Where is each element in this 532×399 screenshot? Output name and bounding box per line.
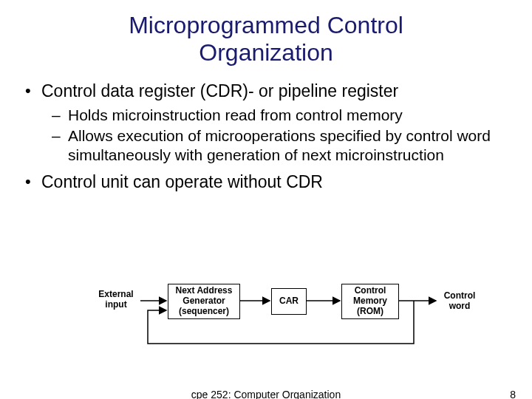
box-next-address-generator: Next Address Generator (sequencer) xyxy=(168,284,240,319)
title-line-2: Organization xyxy=(199,39,332,66)
slide-title: Microprogrammed Control Organization xyxy=(0,0,532,66)
bullet-cdr-text: Control data register (CDR)- or pipeline… xyxy=(41,81,398,100)
bullet-without-cdr: Control unit can operate without CDR xyxy=(22,172,510,192)
label-external-input: External input xyxy=(90,290,142,310)
footer-page-number: 8 xyxy=(510,389,516,399)
title-line-1: Microprogrammed Control xyxy=(129,12,403,38)
block-diagram: External input Next Address Generator (s… xyxy=(0,273,532,369)
diagram-wires xyxy=(0,273,532,369)
slide-body: Control data register (CDR)- or pipeline… xyxy=(0,66,532,193)
footer-course: cpe 252: Computer Organization xyxy=(0,389,532,399)
label-control-word: Control word xyxy=(437,291,482,312)
box-car: CAR xyxy=(271,288,307,315)
bullet-cdr: Control data register (CDR)- or pipeline… xyxy=(22,81,510,166)
subbullet-allows: Allows execution of microoperations spec… xyxy=(41,126,510,166)
subbullet-holds: Holds microinstruction read from control… xyxy=(41,106,510,125)
box-control-memory: Control Memory (ROM) xyxy=(341,284,399,319)
